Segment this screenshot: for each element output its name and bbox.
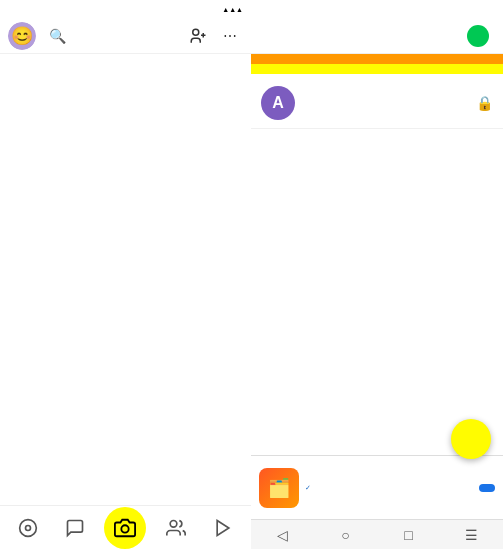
map-nav-button[interactable] [10, 510, 46, 546]
svg-point-4 [25, 525, 30, 530]
spotlight-nav-button[interactable] [205, 510, 241, 546]
user-avatar[interactable]: 😊 [8, 22, 36, 50]
locker-header [251, 18, 503, 54]
ad-text-area: ✓ [305, 482, 473, 494]
right-panel: A 🔒 🗂️ ✓ ◁ ○ □ ☰ [251, 0, 503, 549]
ad-badge: ✓ [305, 484, 473, 492]
chat-header: 😊 🔍 ⋯ [0, 18, 251, 54]
left-panel: ▲▲▲ 😊 🔍 ⋯ [0, 0, 251, 549]
home-button[interactable]: ○ [328, 527, 364, 543]
add-friend-button[interactable] [185, 23, 211, 49]
back-button[interactable]: ◁ [265, 527, 301, 543]
locker-list: A 🔒 [251, 74, 503, 455]
svg-marker-7 [217, 520, 229, 535]
status-icons-left: ▲▲▲ [222, 6, 245, 13]
svg-point-3 [19, 519, 36, 536]
install-button[interactable] [479, 484, 495, 492]
camera-snap-button[interactable] [104, 507, 146, 549]
locker-logo [467, 25, 489, 47]
menu-button[interactable]: ☰ [454, 527, 490, 543]
status-bar-right [251, 0, 503, 18]
svg-point-6 [170, 520, 177, 527]
ad-app-icon: 🗂️ [259, 468, 299, 508]
more-button[interactable]: ⋯ [217, 23, 243, 49]
bottom-nav-right: ◁ ○ □ ☰ [251, 519, 503, 549]
recent-apps-button[interactable]: □ [391, 527, 427, 543]
friends-nav-button[interactable] [158, 510, 194, 546]
locker-avatar: A [261, 86, 295, 120]
chat-list [0, 54, 251, 505]
svg-point-5 [122, 525, 129, 532]
info-bar [251, 64, 503, 74]
search-button[interactable]: 🔍 [44, 23, 70, 49]
signal-icon: ▲▲▲ [222, 6, 243, 13]
lock-icon: 🔒 [476, 95, 493, 111]
locker-item[interactable]: A 🔒 [251, 78, 503, 129]
fab-button[interactable] [451, 419, 491, 459]
status-bar-left: ▲▲▲ [0, 0, 251, 18]
chat-nav-button[interactable] [57, 510, 93, 546]
alert-bar [251, 54, 503, 64]
bottom-nav-left [0, 505, 251, 549]
header-right-icons: ⋯ [185, 23, 243, 49]
svg-point-0 [193, 29, 199, 35]
ad-banner: 🗂️ ✓ [251, 455, 503, 519]
